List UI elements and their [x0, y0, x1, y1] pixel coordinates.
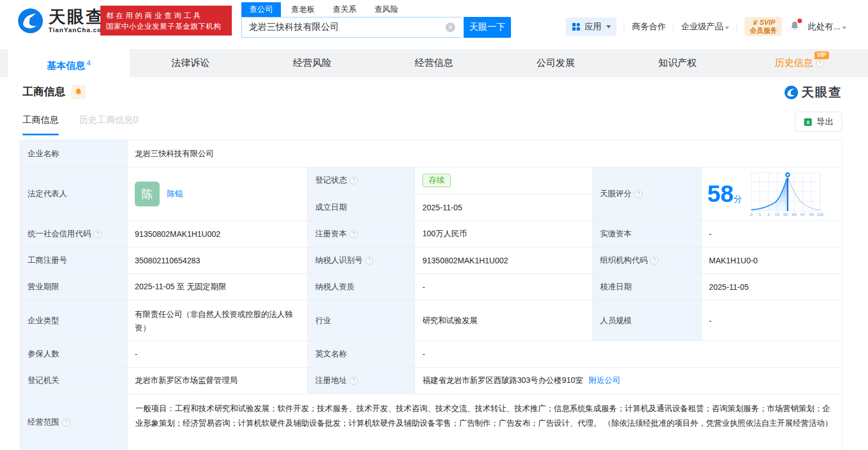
svg-text:1: 1: [759, 212, 761, 217]
divider: [624, 23, 624, 31]
taxpayer-id-value: 91350802MAK1H1U002: [415, 248, 593, 274]
question-icon[interactable]: ?: [365, 257, 373, 264]
search-tab-company[interactable]: 查公司: [241, 2, 281, 17]
subtab-history-business-info[interactable]: 历史工商信息0: [79, 114, 138, 135]
table-row: 登记状态? 存续: [308, 167, 593, 195]
svip-member-badge[interactable]: ♛ SVIP 会员服务: [744, 17, 782, 36]
logo-title: 天眼查: [49, 8, 108, 25]
table-row: 统一社会信用代码? 91350802MAK1H1U002 注册资本? 100万人…: [20, 221, 843, 248]
search-button[interactable]: 天眼一下: [464, 17, 511, 38]
table-row: 企业名称 龙岩三快科技有限公司: [20, 140, 843, 167]
vip-badge: VIP: [814, 51, 829, 59]
tab-label: 法律诉讼: [171, 58, 210, 68]
menu-enterprise-products[interactable]: 企业级产品: [681, 21, 729, 32]
label-text: 登记状态: [315, 175, 347, 186]
watermark-text: 天眼查: [801, 84, 842, 101]
svip-line2: 会员服务: [750, 27, 777, 34]
tianyancha-eye-icon: [17, 7, 44, 34]
svip-line1: SVIP: [760, 19, 775, 27]
notification-bell[interactable]: [789, 20, 800, 33]
company-type-value: 有限责任公司（非自然人投资或控股的法人独资）: [127, 301, 308, 341]
logo-subtitle: TianYanCha.com: [49, 27, 108, 33]
tab-history-info[interactable]: 历史信息VIP?: [738, 49, 860, 77]
menu-business-cooperation[interactable]: 商务合作: [632, 21, 666, 32]
reg-status-label: 登记状态?: [308, 167, 415, 195]
label-text: 组织机构代码: [600, 255, 647, 266]
question-icon[interactable]: ?: [350, 177, 358, 184]
excel-icon: X: [803, 117, 813, 127]
svg-text:85: 85: [792, 212, 796, 217]
svg-text:3: 3: [767, 212, 769, 217]
caret-down-icon: [725, 27, 729, 29]
reg-capital-value: 100万人民币: [415, 221, 593, 248]
svg-text:100: 100: [816, 212, 823, 217]
tianyancha-logo[interactable]: 天眼查 TianYanCha.com: [17, 7, 108, 34]
business-scope-value: 一般项目：工程和技术研究和试验发展；软件开发；技术服务、技术开发、技术咨询、技术…: [127, 394, 843, 450]
tab-operating-info[interactable]: 经营信息: [373, 49, 495, 77]
divider: [737, 23, 737, 31]
business-scope-label: 经营范围?: [20, 394, 127, 450]
question-icon[interactable]: ?: [650, 257, 658, 264]
tab-label: 历史信息: [775, 58, 813, 68]
label-text: 天眼评分: [600, 189, 632, 199]
table-row: 营业期限 2025-11-05 至 无固定期限 纳税人资质 - 核准日期 202…: [20, 274, 843, 301]
tab-intellectual-property[interactable]: 知识产权: [616, 49, 738, 77]
app-grid-icon: [571, 22, 581, 32]
taxpayer-quality-label: 纳税人资质: [308, 274, 415, 301]
menu-more[interactable]: 此处有...: [808, 21, 847, 32]
company-type-label: 企业类型: [20, 301, 127, 341]
table-row: 工商注册号 350802110654283 纳税人识别号? 91350802MA…: [20, 248, 843, 274]
legal-rep-link[interactable]: 陈锟: [167, 189, 183, 199]
credit-code-value: 91350802MAK1H1U002: [127, 221, 308, 248]
tab-label: 知识产权: [658, 58, 697, 68]
subtab-business-info[interactable]: 工商信息: [23, 114, 59, 135]
question-icon[interactable]: ?: [94, 230, 102, 238]
question-icon[interactable]: ?: [816, 59, 824, 67]
search-area: 查公司 查老板 查关系 查风险 ✕ 天眼一下: [241, 2, 511, 38]
reg-authority-label: 登记机关: [20, 368, 127, 394]
clear-icon[interactable]: ✕: [446, 23, 455, 32]
score-distribution-chart: 0 1 3 15 50 85 97 99 100: [748, 170, 823, 218]
subscribe-bell-button[interactable]: [71, 85, 86, 99]
tab-operating-risk[interactable]: 经营风险: [252, 49, 373, 77]
score-value: 58分: [702, 167, 843, 221]
avatar[interactable]: 陈: [135, 182, 160, 206]
staff-size-label: 人员规模: [593, 301, 702, 341]
tab-legal-proceedings[interactable]: 法律诉讼: [130, 49, 252, 77]
tab-count-badge: 4: [87, 59, 91, 67]
question-icon[interactable]: ?: [635, 190, 642, 198]
svg-text:X: X: [806, 120, 810, 125]
legal-rep-label: 法定代表人: [20, 167, 127, 221]
question-icon[interactable]: ?: [350, 377, 358, 385]
question-icon[interactable]: ?: [350, 230, 358, 238]
tab-basic-info[interactable]: 基本信息4: [8, 49, 130, 77]
apps-menu[interactable]: 应用: [566, 17, 616, 36]
reg-number-value: 350802110654283: [127, 248, 308, 274]
tab-label: 基本信息: [47, 60, 85, 71]
label-text: 注册地址: [315, 376, 347, 386]
paid-capital-value: -: [702, 221, 843, 248]
search-tab-risk[interactable]: 查风险: [367, 2, 406, 17]
score-unit: 分: [734, 194, 742, 204]
nearby-companies-link[interactable]: 附近公司: [589, 376, 620, 386]
reg-number-label: 工商注册号: [20, 248, 127, 274]
main-content: 工商信息 天眼查 工商信息 历史工商信息0 X 导出 企业名称 龙岩: [0, 77, 868, 450]
subtabs: 工商信息 历史工商信息0: [23, 114, 138, 135]
reg-address-label: 注册地址?: [308, 368, 415, 394]
tab-label: 经营风险: [293, 58, 332, 68]
table-row: 法定代表人 陈 陈锟 登记状态? 存续 成立日期 2025-11-05: [20, 167, 843, 221]
search-tab-boss[interactable]: 查老板: [283, 2, 323, 17]
site-header: 天眼查 TianYanCha.com 都在用的商业查询工具 国家中小企业发展子基…: [0, 0, 868, 49]
reg-capital-label: 注册资本?: [308, 221, 415, 248]
search-tab-relation[interactable]: 查关系: [325, 2, 364, 17]
search-input[interactable]: [241, 17, 461, 38]
establish-date-label: 成立日期: [308, 195, 415, 222]
apps-label: 应用: [584, 21, 601, 32]
tab-label: 经营信息: [415, 58, 453, 68]
svg-text:99: 99: [809, 212, 813, 217]
question-icon[interactable]: ?: [62, 418, 70, 426]
export-button[interactable]: X 导出: [795, 112, 842, 132]
header-menu: 应用 商务合作 企业级产品 ♛ SVIP 会员服务 此处有...: [566, 15, 847, 38]
business-term-label: 营业期限: [20, 274, 127, 301]
tab-company-development[interactable]: 公司发展: [495, 49, 616, 77]
